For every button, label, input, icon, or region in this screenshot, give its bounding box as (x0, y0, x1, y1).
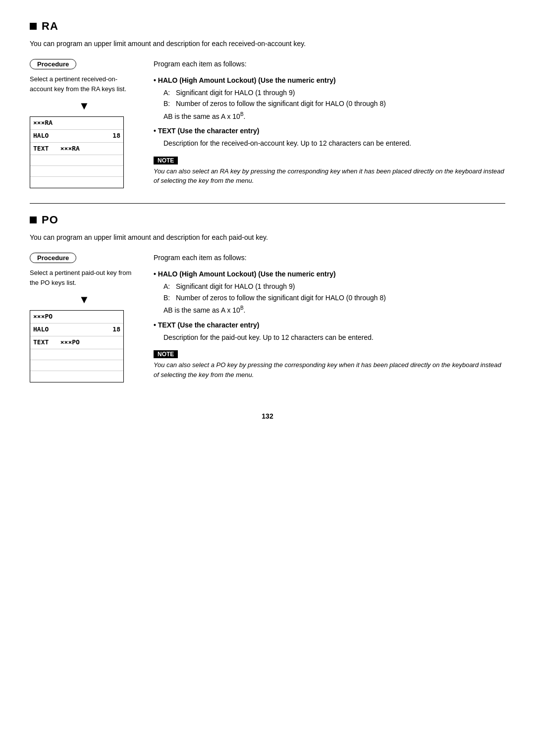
ra-note-box: NOTE You can also select an RA key by pr… (154, 156, 505, 186)
ra-title: RA (42, 20, 58, 33)
po-body: Procedure Select a pertinent paid-out ke… (30, 253, 505, 382)
ra-screen-row-1: ×××RA (30, 117, 123, 130)
po-halo-value: 18 (112, 324, 120, 335)
ra-square-icon (30, 23, 37, 30)
ra-left-column: Procedure Select a pertinent received-on… (30, 59, 139, 188)
ra-intro: You can program an upper limit amount an… (30, 39, 505, 49)
po-left-column: Procedure Select a pertinent paid-out ke… (30, 253, 139, 382)
ra-note-text: You can also select an RA key by pressin… (154, 166, 505, 186)
po-screen-row-4 (30, 349, 123, 360)
page-number: 132 (30, 412, 505, 420)
po-program-intro: Program each item as follows: (154, 253, 505, 263)
po-halo-label: HALO (33, 324, 49, 335)
po-section: PO You can program an upper limit amount… (30, 214, 505, 382)
ra-heading: RA (30, 20, 505, 33)
po-intro: You can program an upper limit amount an… (30, 232, 505, 243)
po-screen-row-5 (30, 360, 123, 371)
ra-screen-row-3: TEXT ×××RA (30, 143, 123, 156)
ra-procedure-text: Select a pertinent received-on-account k… (30, 74, 139, 94)
po-halo-b: B: Number of zeros to follow the signifi… (163, 292, 505, 303)
po-text-title: TEXT (Use the character entry) (154, 321, 505, 329)
po-note-label: NOTE (154, 350, 178, 358)
ra-right-column: Program each item as follows: HALO (High… (154, 59, 505, 188)
ra-down-arrow-icon: ▼ (30, 100, 139, 112)
ra-screen-row-5 (30, 166, 123, 177)
po-text-desc: Description for the paid-out key. Up to … (163, 332, 505, 343)
po-heading: PO (30, 214, 505, 226)
po-screen-row-2: HALO 18 (30, 324, 123, 336)
po-procedure-text: Select a pertinent paid-out key from the… (30, 268, 139, 287)
ra-screen-row-2: HALO 18 (30, 130, 123, 143)
ra-program-intro: Program each item as follows: (154, 59, 505, 69)
po-halo-a: A: Significant digit for HALO (1 through… (163, 281, 505, 292)
po-screen: ×××PO HALO 18 TEXT ×××PO (30, 310, 124, 382)
po-procedure-badge: Procedure (30, 253, 76, 263)
ra-section: RA You can program an upper limit amount… (30, 20, 505, 188)
ra-screen-row-6 (30, 177, 123, 188)
ra-text-desc: Description for the received-on-account … (163, 138, 505, 149)
ra-halo-label: HALO (33, 131, 49, 141)
ra-halo-a: A: Significant digit for HALO (1 through… (163, 87, 505, 98)
po-down-arrow-icon: ▼ (30, 293, 139, 306)
section-divider (30, 203, 505, 204)
po-screen-row-3: TEXT ×××PO (30, 336, 123, 349)
po-text-section: TEXT (Use the character entry) Descripti… (154, 321, 505, 343)
ra-text-section: TEXT (Use the character entry) Descripti… (154, 127, 505, 149)
ra-screen: ×××RA HALO 18 TEXT ×××RA (30, 116, 124, 188)
po-screen-row-6 (30, 371, 123, 382)
po-right-column: Program each item as follows: HALO (High… (154, 253, 505, 382)
po-screen-row-1: ×××PO (30, 311, 123, 324)
ra-halo-ab: AB is the same as A x 10B. (163, 111, 505, 120)
ra-text-title: TEXT (Use the character entry) (154, 127, 505, 135)
po-note-box: NOTE You can also select a PO key by pre… (154, 350, 505, 379)
po-square-icon (30, 216, 37, 223)
ra-screen-row-4 (30, 155, 123, 166)
ra-halo-b: B: Number of zeros to follow the signifi… (163, 98, 505, 109)
po-halo-section: HALO (High Amount Lockout) (Use the nume… (154, 270, 505, 314)
ra-procedure-badge: Procedure (30, 59, 76, 69)
ra-halo-title: HALO (High Amount Lockout) (Use the nume… (154, 76, 505, 84)
ra-halo-section: HALO (High Amount Lockout) (Use the nume… (154, 76, 505, 120)
po-halo-title: HALO (High Amount Lockout) (Use the nume… (154, 270, 505, 278)
po-halo-ab: AB is the same as A x 10B. (163, 305, 505, 314)
ra-note-label: NOTE (154, 157, 178, 164)
po-title: PO (42, 214, 58, 226)
ra-halo-value: 18 (112, 131, 120, 141)
ra-body: Procedure Select a pertinent received-on… (30, 59, 505, 188)
po-note-text: You can also select a PO key by pressing… (154, 360, 505, 379)
